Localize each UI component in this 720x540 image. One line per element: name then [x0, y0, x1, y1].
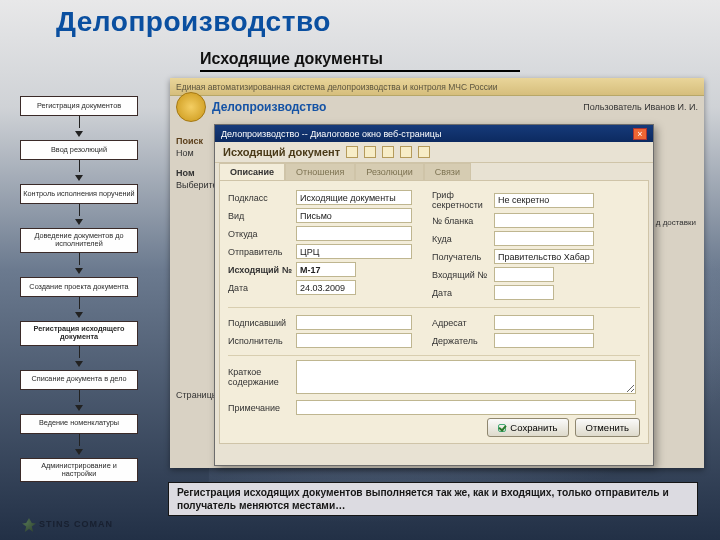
- sidebar-label: Регистрация исходящего документа: [23, 325, 135, 342]
- label-inno: Входящий №: [432, 270, 494, 280]
- leaf-icon: [22, 518, 36, 532]
- document-dialog: Делопроизводство -- Диалоговое окно веб-…: [214, 124, 654, 466]
- label-kind: Вид: [228, 211, 296, 221]
- sidebar-item-control[interactable]: Контроль исполнения поручений: [20, 184, 138, 204]
- sidebar-label: Контроль исполнения поручений: [23, 190, 134, 198]
- input-from[interactable]: [296, 226, 412, 241]
- sidebar-item-register[interactable]: Регистрация документов: [20, 96, 138, 116]
- input-date[interactable]: [296, 280, 356, 295]
- save-button[interactable]: Сохранить: [487, 418, 568, 437]
- tab-resolutions[interactable]: Резолюции: [355, 163, 423, 180]
- input-to[interactable]: [494, 231, 594, 246]
- label-secrecy: Гриф секретности: [432, 190, 494, 210]
- dialog-heading-row: Исходящий документ: [215, 142, 653, 163]
- input-recipient[interactable]: [494, 249, 594, 264]
- section-title: Исходящие документы: [200, 50, 520, 72]
- toolbar-icon[interactable]: [346, 146, 358, 158]
- input-sender[interactable]: [296, 244, 412, 259]
- system-title-bar: Единая автоматизированная система делопр…: [170, 78, 704, 96]
- crest-icon: [176, 92, 206, 122]
- toolbar-icon[interactable]: [364, 146, 376, 158]
- input-holder[interactable]: [494, 333, 594, 348]
- sidebar-item-resolutions[interactable]: Ввод резолюций: [20, 140, 138, 160]
- label-date: Дата: [228, 283, 296, 293]
- label-to: Куда: [432, 234, 494, 244]
- sidebar-label: Ведение номенклатуры: [39, 419, 119, 427]
- input-addressee[interactable]: [494, 315, 594, 330]
- app-window: Единая автоматизированная система делопр…: [170, 78, 704, 468]
- workflow-sidebar: Регистрация документов Ввод резолюций Ко…: [20, 96, 138, 482]
- description-strip: Регистрация исходящих документов выполня…: [168, 482, 698, 516]
- brand-title: Делопроизводство: [212, 100, 326, 114]
- check-icon: [498, 424, 506, 432]
- label-blank: № бланка: [432, 216, 494, 226]
- column-delivery: д доставки: [656, 218, 696, 227]
- input-note[interactable]: [296, 400, 636, 415]
- footer-logo: STINS COMAN: [22, 518, 113, 532]
- input-summary[interactable]: [296, 360, 636, 394]
- sidebar-item-delivery[interactable]: Доведение документов до исполнителей: [20, 228, 138, 253]
- cancel-button[interactable]: Отменить: [575, 418, 640, 437]
- label-holder: Держатель: [432, 336, 494, 346]
- label-date2: Дата: [432, 288, 494, 298]
- sidebar-label: Регистрация документов: [37, 102, 121, 110]
- dialog-title-text: Делопроизводство -- Диалоговое окно веб-…: [221, 129, 441, 139]
- page-title: Делопроизводство: [56, 6, 331, 38]
- document-form: Подкласс Вид Откуда Отправитель Исходящи…: [219, 180, 649, 444]
- input-blank[interactable]: [494, 213, 594, 228]
- search-field-label: Ном: [176, 148, 194, 158]
- brand-row: Делопроизводство Пользователь Иванов И. …: [170, 96, 704, 118]
- tab-relations[interactable]: Отношения: [285, 163, 355, 180]
- tab-links[interactable]: Связи: [424, 163, 471, 180]
- label-executor: Исполнитель: [228, 336, 296, 346]
- toolbar-icon[interactable]: [418, 146, 430, 158]
- sidebar-label: Доведение документов до исполнителей: [23, 232, 135, 249]
- sidebar-label: Администрирование и настройки: [23, 462, 135, 479]
- dialog-titlebar: Делопроизводство -- Диалоговое окно веб-…: [215, 125, 653, 142]
- sidebar-item-outgoing[interactable]: Регистрация исходящего документа: [20, 321, 138, 346]
- close-icon[interactable]: ×: [633, 128, 647, 140]
- sidebar-item-draft[interactable]: Создание проекта документа: [20, 277, 138, 297]
- dialog-heading: Исходящий документ: [223, 146, 340, 158]
- sidebar-label: Ввод резолюций: [51, 146, 107, 154]
- input-inno[interactable]: [494, 267, 554, 282]
- label-subclass: Подкласс: [228, 193, 296, 203]
- sidebar-item-archive[interactable]: Списание документа в дело: [20, 370, 138, 390]
- user-name: Иванов И. И.: [644, 102, 698, 112]
- label-signer: Подписавший: [228, 318, 296, 328]
- sidebar-label: Списание документа в дело: [31, 375, 126, 383]
- sidebar-item-nomenclature[interactable]: Ведение номенклатуры: [20, 414, 138, 434]
- label-summary: Краткое содержание: [228, 367, 296, 387]
- user-label: Пользователь: [583, 102, 641, 112]
- label-outno: Исходящий №: [228, 265, 296, 275]
- label-addressee: Адресат: [432, 318, 494, 328]
- input-kind[interactable]: [296, 208, 412, 223]
- sidebar-label: Создание проекта документа: [29, 283, 128, 291]
- sidebar-item-admin[interactable]: Администрирование и настройки: [20, 458, 138, 483]
- input-signer[interactable]: [296, 315, 412, 330]
- label-from: Откуда: [228, 229, 296, 239]
- label-note: Примечание: [228, 403, 296, 413]
- input-subclass[interactable]: [296, 190, 412, 205]
- user-box: Пользователь Иванов И. И.: [583, 102, 698, 112]
- label-recipient: Получатель: [432, 252, 494, 262]
- input-date2[interactable]: [494, 285, 554, 300]
- toolbar-icon[interactable]: [382, 146, 394, 158]
- tab-description[interactable]: Описание: [219, 163, 285, 180]
- input-executor[interactable]: [296, 333, 412, 348]
- dialog-buttons: Сохранить Отменить: [487, 418, 640, 437]
- toolbar-icon[interactable]: [400, 146, 412, 158]
- input-outno[interactable]: [296, 262, 356, 277]
- dialog-tabs: Описание Отношения Резолюции Связи: [215, 163, 653, 180]
- label-sender: Отправитель: [228, 247, 296, 257]
- input-secrecy[interactable]: [494, 193, 594, 208]
